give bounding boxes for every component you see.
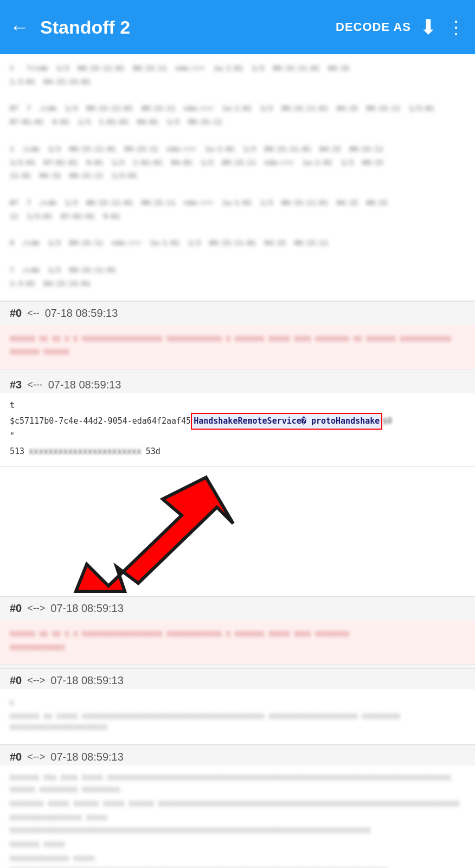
entry-header-3: #3 <--- 07-18 08:59:13 bbox=[0, 373, 475, 393]
svg-marker-1 bbox=[76, 477, 233, 591]
entry3-prefix: $c57117b0-7c4e-44d2-9054-eda64f2aaf45 bbox=[10, 414, 191, 429]
entry-number-3: #3 bbox=[10, 379, 22, 391]
entry3-suffix: $0 bbox=[382, 414, 392, 429]
entry3-line1: t bbox=[10, 399, 465, 413]
entry3-line3: " bbox=[10, 430, 465, 444]
entry3-size-suffix: 53d bbox=[146, 445, 161, 459]
entry-time-0d: 07-18 08:59:13 bbox=[50, 751, 124, 763]
entry3-line2: $c57117b0-7c4e-44d2-9054-eda64f2aaf45Han… bbox=[10, 413, 465, 430]
entry-direction-0c: <--> bbox=[27, 675, 45, 686]
entry-header-0d: #0 <--> 07-18 08:59:13 bbox=[0, 745, 475, 765]
entry-3-block: t $c57117b0-7c4e-44d2-9054-eda64f2aaf45H… bbox=[0, 393, 475, 467]
entry3-size-blur: xxxxxxxxxxxxxxxxxxxxxxx bbox=[29, 445, 142, 459]
app-header: ← Standoff 2 DECODE AS ⬇ ⋮ bbox=[0, 0, 475, 54]
entry-time-0: 07-18 08:59:13 bbox=[45, 307, 118, 320]
entry-number-0d: #0 bbox=[10, 751, 22, 763]
entry-header-0b: #0 <--> 07-18 08:59:13 bbox=[0, 597, 475, 617]
red-arrow-icon bbox=[33, 467, 304, 597]
large-blurred-text: ttttttt ttt tttt ttttt ttttttttttttttttt… bbox=[10, 772, 465, 868]
more-options-icon[interactable]: ⋮ bbox=[447, 16, 465, 38]
large-blurred-block: ttttttt ttt tttt ttttt ttttttttttttttttt… bbox=[0, 765, 475, 868]
page-title: Standoff 2 bbox=[40, 17, 336, 38]
pink-content-block-1: tttttt tt tt t t ttttttttttttttttttt ttt… bbox=[0, 325, 475, 370]
entry-number-0: #0 bbox=[10, 307, 22, 320]
blurred-content-block-1: t 7/cde 1/3 09:15:11:01 09:15:11 nda:rrr… bbox=[0, 54, 475, 301]
entry3-line4: 513 xxxxxxxxxxxxxxxxxxxxxxx 53d bbox=[10, 445, 465, 459]
pink-blurred-text-2: tttttt tt tt t t ttttttttttttttttttt ttt… bbox=[10, 629, 465, 654]
entry-direction-0b: <--> bbox=[27, 603, 45, 614]
entry3-size-prefix: 513 bbox=[10, 445, 24, 459]
arrow-annotation-container bbox=[0, 467, 475, 597]
entry-number-0b: #0 bbox=[10, 602, 22, 615]
blurred-mid-text: t ttttttt tt ttttt ttttttttttttttttttttt… bbox=[10, 698, 465, 733]
entry-time-0b: 07-18 08:59:13 bbox=[50, 602, 124, 615]
pink-content-block-2: tttttt tt tt t t ttttttttttttttttttt ttt… bbox=[0, 620, 475, 665]
entry-number-0c: #0 bbox=[10, 674, 22, 687]
entry-direction-0: <-- bbox=[27, 308, 40, 319]
download-icon[interactable]: ⬇ bbox=[420, 15, 437, 39]
entry-time-3: 07-18 08:59:13 bbox=[48, 379, 121, 391]
entry3-content: t $c57117b0-7c4e-44d2-9054-eda64f2aaf45H… bbox=[10, 399, 465, 458]
entry-time-0c: 07-18 08:59:13 bbox=[50, 674, 124, 687]
entry-header-0: #0 <-- 07-18 08:59:13 bbox=[0, 302, 475, 322]
svg-marker-0 bbox=[76, 477, 233, 591]
blurred-text-1: t 7/cde 1/3 09:15:11:01 09:15:11 nda:rrr… bbox=[10, 63, 465, 290]
entry-header-0c: #0 <--> 07-18 08:59:13 bbox=[0, 669, 475, 689]
entry-direction-3: <--- bbox=[27, 379, 43, 391]
decode-as-button[interactable]: DECODE AS bbox=[336, 20, 411, 34]
pink-blurred-text-1: tttttt tt tt t t ttttttttttttttttttt ttt… bbox=[10, 334, 465, 359]
handshake-highlight: HandshakeRemoteService� protoHandshake bbox=[191, 413, 382, 430]
entry-direction-0d: <--> bbox=[27, 751, 45, 763]
back-button[interactable]: ← bbox=[10, 16, 29, 39]
blurred-mid-block: t ttttttt tt ttttt ttttttttttttttttttttt… bbox=[0, 689, 475, 745]
